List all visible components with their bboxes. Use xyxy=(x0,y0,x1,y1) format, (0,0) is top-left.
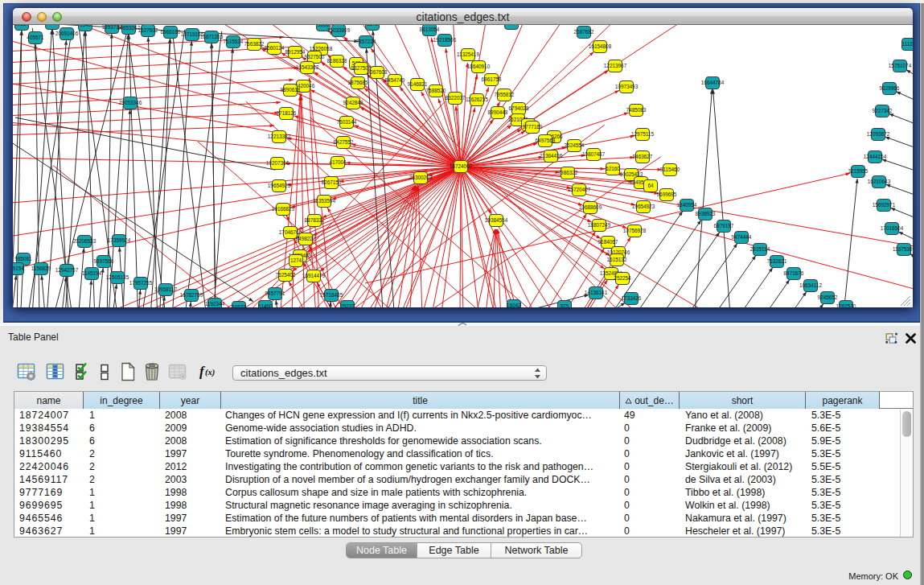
svg-text:10688609: 10688609 xyxy=(579,204,602,210)
svg-text:17435: 17435 xyxy=(45,25,60,26)
svg-text:1343: 1343 xyxy=(80,25,92,27)
svg-text:9227342: 9227342 xyxy=(873,108,893,113)
svg-text:3215955: 3215955 xyxy=(848,168,869,174)
svg-text:12213382: 12213382 xyxy=(268,134,291,139)
svg-text:1145194: 1145194 xyxy=(82,270,102,276)
svg-text:17957255: 17957255 xyxy=(129,280,153,286)
svg-text:11325419: 11325419 xyxy=(457,51,479,57)
svg-text:16543362: 16543362 xyxy=(296,64,319,70)
svg-text:8912954: 8912954 xyxy=(285,49,306,55)
svg-text:9463627: 9463627 xyxy=(633,154,653,159)
svg-text:7857224: 7857224 xyxy=(356,39,376,44)
svg-text:11460: 11460 xyxy=(258,303,273,307)
svg-text:9397566: 9397566 xyxy=(94,258,114,264)
svg-text:7603144: 7603144 xyxy=(337,119,357,125)
svg-text:12975115: 12975115 xyxy=(631,131,654,137)
svg-text:11353594: 11353594 xyxy=(313,198,335,204)
svg-text:10653267: 10653267 xyxy=(117,25,141,31)
svg-text:12942757: 12942757 xyxy=(55,267,79,273)
svg-text:16210643: 16210643 xyxy=(868,179,891,184)
svg-text:18807249: 18807249 xyxy=(588,222,611,228)
svg-text:11124: 11124 xyxy=(902,41,913,47)
svg-text:1840954: 1840954 xyxy=(677,202,697,208)
svg-text:18640910: 18640910 xyxy=(467,64,491,69)
svg-text:18724007: 18724007 xyxy=(450,163,473,169)
svg-text:10756928: 10756928 xyxy=(623,228,647,233)
svg-text:8186328: 8186328 xyxy=(327,58,347,64)
svg-text:9457791: 9457791 xyxy=(265,290,285,296)
svg-text:6794028: 6794028 xyxy=(509,105,529,111)
svg-text:8267150: 8267150 xyxy=(322,179,342,185)
svg-text:10207366: 10207366 xyxy=(266,160,290,166)
svg-text:7663822: 7663822 xyxy=(244,41,265,47)
svg-text:7588520: 7588520 xyxy=(426,88,446,93)
svg-text:1527602: 1527602 xyxy=(138,27,158,33)
svg-text:8878332: 8878332 xyxy=(305,217,325,223)
svg-text:3624554: 3624554 xyxy=(565,142,585,148)
svg-text:12505135: 12505135 xyxy=(106,274,129,280)
svg-text:39154: 39154 xyxy=(13,266,24,271)
svg-text:9890618: 9890618 xyxy=(281,87,301,93)
svg-text:20691406: 20691406 xyxy=(55,31,79,36)
svg-text:1192344: 1192344 xyxy=(205,301,225,307)
svg-text:14136141: 14136141 xyxy=(585,290,608,295)
svg-text:15692971: 15692971 xyxy=(873,202,896,208)
svg-text:8454749: 8454749 xyxy=(385,77,405,83)
svg-text:16671355: 16671355 xyxy=(200,34,224,39)
svg-text:975: 975 xyxy=(561,303,569,307)
svg-text:11675309: 11675309 xyxy=(893,246,913,252)
svg-text:8813054: 8813054 xyxy=(420,27,440,32)
svg-text:6879197: 6879197 xyxy=(714,223,734,229)
svg-text:10973493: 10973493 xyxy=(615,84,639,89)
svg-text:19654925: 19654925 xyxy=(268,183,291,188)
svg-text:1267530: 1267530 xyxy=(836,303,856,307)
svg-text:6966160: 6966160 xyxy=(161,29,181,35)
svg-text:417004: 417004 xyxy=(329,159,347,165)
svg-text:1841: 1841 xyxy=(367,25,379,27)
svg-text:252254: 252254 xyxy=(614,275,631,281)
svg-text:20206533: 20206533 xyxy=(73,238,97,244)
svg-text:8938923: 8938923 xyxy=(696,211,716,216)
svg-text:10467: 10467 xyxy=(504,25,519,26)
svg-text:29053346: 29053346 xyxy=(119,100,142,105)
svg-text:9329966: 9329966 xyxy=(880,85,900,91)
svg-text:16033809: 16033809 xyxy=(327,27,351,33)
svg-text:8471676: 8471676 xyxy=(784,270,804,276)
svg-text:20657: 20657 xyxy=(14,25,29,27)
svg-text:8322037: 8322037 xyxy=(446,95,466,101)
svg-text:1156829: 1156829 xyxy=(31,266,51,271)
svg-text:3875685: 3875685 xyxy=(348,80,368,85)
svg-text:1615132: 1615132 xyxy=(607,257,627,262)
svg-text:17359924: 17359924 xyxy=(108,237,131,243)
svg-text:9242848: 9242848 xyxy=(343,100,363,105)
svg-text:12093872: 12093872 xyxy=(867,131,890,137)
svg-text:19166829: 19166829 xyxy=(272,206,295,212)
svg-text:(x): (x) xyxy=(205,368,215,377)
svg-text:62160: 62160 xyxy=(606,166,620,171)
svg-text:9327500: 9327500 xyxy=(305,54,325,60)
svg-text:7515524: 7515524 xyxy=(224,39,244,44)
svg-text:1274: 1274 xyxy=(290,257,302,263)
svg-text:16042: 16042 xyxy=(507,303,521,307)
svg-text:405571: 405571 xyxy=(27,35,44,40)
svg-text:11626215: 11626215 xyxy=(466,97,488,102)
svg-text:2087682: 2087682 xyxy=(574,29,594,35)
svg-text:985081: 985081 xyxy=(14,256,32,262)
svg-text:8427552: 8427552 xyxy=(334,139,354,145)
svg-text:8660124: 8660124 xyxy=(265,45,285,51)
svg-text:19384554: 19384554 xyxy=(485,217,508,223)
svg-text:2935114: 2935114 xyxy=(750,246,770,252)
svg-text:16914479: 16914479 xyxy=(302,273,326,278)
svg-text:7955812: 7955812 xyxy=(495,92,515,97)
svg-text:2718126: 2718126 xyxy=(277,110,297,116)
svg-text:17016504: 17016504 xyxy=(881,225,904,231)
svg-text:9115460: 9115460 xyxy=(660,167,680,172)
svg-text:7986322: 7986322 xyxy=(558,170,578,175)
svg-text:7625402: 7625402 xyxy=(276,272,296,278)
svg-text:6961758: 6961758 xyxy=(482,76,502,82)
svg-text:9245652: 9245652 xyxy=(818,295,838,300)
svg-text:15716485: 15716485 xyxy=(320,292,343,298)
svg-text:7632621: 7632621 xyxy=(767,258,787,264)
svg-text:9699695: 9699695 xyxy=(657,192,677,197)
svg-text:20523: 20523 xyxy=(232,304,246,307)
